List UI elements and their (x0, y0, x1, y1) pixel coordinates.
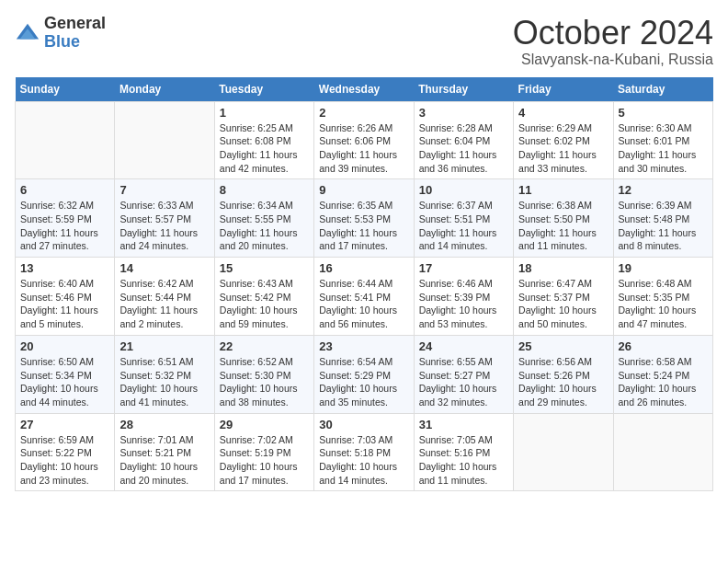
calendar-cell: 22Sunrise: 6:52 AMSunset: 5:30 PMDayligh… (214, 335, 313, 413)
day-info: Sunrise: 6:43 AMSunset: 5:42 PMDaylight:… (220, 277, 309, 331)
day-info: Sunrise: 6:44 AMSunset: 5:41 PMDaylight:… (319, 277, 408, 331)
day-number: 30 (319, 418, 408, 431)
day-number: 25 (518, 339, 608, 353)
day-info: Sunrise: 6:48 AMSunset: 5:35 PMDaylight:… (619, 277, 708, 331)
day-number: 16 (319, 261, 408, 275)
calendar-cell: 14Sunrise: 6:42 AMSunset: 5:44 PMDayligh… (115, 258, 214, 336)
calendar-cell: 3Sunrise: 6:28 AMSunset: 6:04 PMDaylight… (414, 101, 513, 179)
day-number: 13 (20, 261, 109, 275)
week-row-1: 1Sunrise: 6:25 AMSunset: 6:08 PMDaylight… (16, 101, 713, 179)
day-info: Sunrise: 6:28 AMSunset: 6:04 PMDaylight:… (419, 121, 508, 176)
calendar-table: SundayMondayTuesdayWednesdayThursdayFrid… (15, 77, 713, 492)
calendar-cell: 15Sunrise: 6:43 AMSunset: 5:42 PMDayligh… (214, 258, 313, 336)
day-info: Sunrise: 6:30 AMSunset: 6:01 PMDaylight:… (619, 121, 708, 176)
calendar-cell: 12Sunrise: 6:39 AMSunset: 5:48 PMDayligh… (613, 179, 712, 258)
calendar-cell: 18Sunrise: 6:47 AMSunset: 5:37 PMDayligh… (514, 258, 613, 336)
day-info: Sunrise: 6:35 AMSunset: 5:53 PMDaylight:… (319, 199, 408, 253)
logo: General Blue (15, 15, 106, 52)
day-number: 31 (419, 418, 508, 431)
calendar-cell (115, 101, 214, 179)
logo-line1: General (44, 15, 106, 33)
weekday-header-row: SundayMondayTuesdayWednesdayThursdayFrid… (16, 77, 713, 102)
day-number: 10 (419, 183, 508, 197)
day-info: Sunrise: 6:59 AMSunset: 5:22 PMDaylight:… (20, 433, 109, 488)
calendar-cell: 6Sunrise: 6:32 AMSunset: 5:59 PMDaylight… (16, 179, 115, 258)
day-info: Sunrise: 6:26 AMSunset: 6:06 PMDaylight:… (319, 121, 408, 176)
weekday-header-tuesday: Tuesday (214, 77, 313, 102)
day-number: 28 (119, 418, 209, 431)
calendar-cell: 19Sunrise: 6:48 AMSunset: 5:35 PMDayligh… (613, 258, 712, 336)
day-number: 3 (419, 106, 508, 120)
day-info: Sunrise: 6:58 AMSunset: 5:24 PMDaylight:… (619, 355, 708, 409)
weekday-header-wednesday: Wednesday (314, 77, 414, 102)
day-info: Sunrise: 6:46 AMSunset: 5:39 PMDaylight:… (419, 277, 508, 331)
calendar-cell: 16Sunrise: 6:44 AMSunset: 5:41 PMDayligh… (314, 258, 414, 336)
day-info: Sunrise: 6:38 AMSunset: 5:50 PMDaylight:… (518, 199, 608, 253)
day-info: Sunrise: 6:42 AMSunset: 5:44 PMDaylight:… (119, 277, 209, 331)
logo-icon (15, 20, 40, 46)
day-number: 7 (119, 183, 209, 197)
weekday-header-sunday: Sunday (16, 77, 115, 102)
calendar-cell: 21Sunrise: 6:51 AMSunset: 5:32 PMDayligh… (115, 335, 214, 413)
day-number: 6 (20, 183, 109, 197)
day-number: 21 (119, 339, 209, 353)
calendar-cell: 4Sunrise: 6:29 AMSunset: 6:02 PMDaylight… (514, 101, 613, 179)
calendar-cell: 23Sunrise: 6:54 AMSunset: 5:29 PMDayligh… (314, 335, 414, 413)
calendar-cell: 29Sunrise: 7:02 AMSunset: 5:19 PMDayligh… (214, 413, 313, 491)
calendar-cell: 28Sunrise: 7:01 AMSunset: 5:21 PMDayligh… (115, 413, 214, 491)
day-info: Sunrise: 6:56 AMSunset: 5:26 PMDaylight:… (518, 355, 608, 409)
day-info: Sunrise: 7:02 AMSunset: 5:19 PMDaylight:… (220, 433, 309, 488)
day-info: Sunrise: 6:29 AMSunset: 6:02 PMDaylight:… (518, 121, 608, 176)
calendar-cell (613, 413, 712, 491)
day-number: 9 (319, 183, 408, 197)
month-title: October 2024 (513, 15, 713, 52)
week-row-4: 20Sunrise: 6:50 AMSunset: 5:34 PMDayligh… (16, 335, 713, 413)
day-number: 24 (419, 339, 508, 353)
location-title: Slavyansk-na-Kubani, Russia (513, 52, 713, 68)
calendar-cell: 8Sunrise: 6:34 AMSunset: 5:55 PMDaylight… (214, 179, 313, 258)
title-block: October 2024 Slavyansk-na-Kubani, Russia (513, 15, 713, 68)
calendar-cell: 1Sunrise: 6:25 AMSunset: 6:08 PMDaylight… (214, 101, 313, 179)
day-number: 11 (518, 183, 608, 197)
day-info: Sunrise: 7:01 AMSunset: 5:21 PMDaylight:… (119, 433, 209, 488)
day-number: 14 (119, 261, 209, 275)
day-info: Sunrise: 6:54 AMSunset: 5:29 PMDaylight:… (319, 355, 408, 409)
calendar-cell (16, 101, 115, 179)
day-number: 2 (319, 106, 408, 120)
page-header: General Blue October 2024 Slavyansk-na-K… (15, 15, 713, 68)
day-number: 1 (220, 106, 309, 120)
day-number: 19 (619, 261, 708, 275)
day-info: Sunrise: 6:52 AMSunset: 5:30 PMDaylight:… (220, 355, 309, 409)
week-row-3: 13Sunrise: 6:40 AMSunset: 5:46 PMDayligh… (16, 258, 713, 336)
day-info: Sunrise: 6:40 AMSunset: 5:46 PMDaylight:… (20, 277, 109, 331)
day-number: 5 (619, 106, 708, 120)
calendar-cell: 30Sunrise: 7:03 AMSunset: 5:18 PMDayligh… (314, 413, 414, 491)
day-info: Sunrise: 6:39 AMSunset: 5:48 PMDaylight:… (619, 199, 708, 253)
day-number: 23 (319, 339, 408, 353)
day-number: 4 (518, 106, 608, 120)
day-info: Sunrise: 7:05 AMSunset: 5:16 PMDaylight:… (419, 433, 508, 488)
calendar-cell: 31Sunrise: 7:05 AMSunset: 5:16 PMDayligh… (414, 413, 513, 491)
day-number: 15 (220, 261, 309, 275)
day-number: 20 (20, 339, 109, 353)
day-info: Sunrise: 7:03 AMSunset: 5:18 PMDaylight:… (319, 433, 408, 488)
week-row-5: 27Sunrise: 6:59 AMSunset: 5:22 PMDayligh… (16, 413, 713, 491)
day-info: Sunrise: 6:25 AMSunset: 6:08 PMDaylight:… (220, 121, 309, 176)
calendar-cell (514, 413, 613, 491)
calendar-body: 1Sunrise: 6:25 AMSunset: 6:08 PMDaylight… (16, 101, 713, 491)
weekday-header-thursday: Thursday (414, 77, 513, 102)
calendar-cell: 11Sunrise: 6:38 AMSunset: 5:50 PMDayligh… (514, 179, 613, 258)
day-number: 27 (20, 418, 109, 431)
day-info: Sunrise: 6:47 AMSunset: 5:37 PMDaylight:… (518, 277, 608, 331)
logo-line2: Blue (44, 33, 106, 52)
calendar-cell: 20Sunrise: 6:50 AMSunset: 5:34 PMDayligh… (16, 335, 115, 413)
day-info: Sunrise: 6:55 AMSunset: 5:27 PMDaylight:… (419, 355, 508, 409)
calendar-cell: 2Sunrise: 6:26 AMSunset: 6:06 PMDaylight… (314, 101, 414, 179)
calendar-cell: 10Sunrise: 6:37 AMSunset: 5:51 PMDayligh… (414, 179, 513, 258)
calendar-cell: 17Sunrise: 6:46 AMSunset: 5:39 PMDayligh… (414, 258, 513, 336)
day-number: 17 (419, 261, 508, 275)
day-info: Sunrise: 6:33 AMSunset: 5:57 PMDaylight:… (119, 199, 209, 253)
day-number: 18 (518, 261, 608, 275)
calendar-cell: 13Sunrise: 6:40 AMSunset: 5:46 PMDayligh… (16, 258, 115, 336)
day-info: Sunrise: 6:37 AMSunset: 5:51 PMDaylight:… (419, 199, 508, 253)
